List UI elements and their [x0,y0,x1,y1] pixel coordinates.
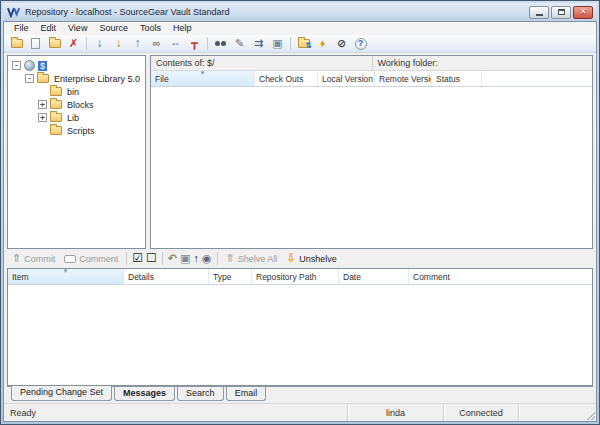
get-latest-icon[interactable]: ↓ [91,36,108,51]
unshelve-button[interactable]: ⇩ Unshelve [283,253,340,264]
collapse-icon[interactable]: - [25,74,34,83]
comment-label: Comment [79,254,118,264]
edit-icon[interactable]: ✎ [231,36,248,51]
close-button[interactable]: ✕ [573,6,593,19]
folder-glyph [49,39,61,48]
question-glyph: ? [355,38,367,50]
tree-item-bin[interactable]: bin [8,85,145,98]
maximize-icon [558,9,565,15]
menu-edit[interactable]: Edit [35,22,63,35]
resize-grip-icon[interactable] [587,412,595,420]
add-folder-icon[interactable] [46,36,63,51]
check-in-icon[interactable]: ↑ [129,36,146,51]
tab-email[interactable]: Email [226,387,267,401]
commit-icon: ⇑ [12,253,21,264]
column-header-remote-version[interactable]: Remote Version [375,71,432,86]
column-header-status[interactable]: Status [432,71,482,86]
minimize-button[interactable] [529,6,549,19]
delete-icon[interactable]: ✗ [65,36,82,51]
vault-logo-icon [7,7,21,18]
tree-item-root[interactable]: - $ [8,59,145,72]
refresh-folder-icon[interactable]: ⇅ [295,36,312,51]
commit-button[interactable]: ⇑ Commit [9,253,58,264]
column-header-type[interactable]: Type [209,269,252,284]
rename-icon[interactable]: ⇉ [250,36,267,51]
share-icon[interactable]: ⇔ [167,36,184,51]
contents-header: Contents of: $/ Working folder: [151,56,592,71]
toolbar-separator [86,37,87,50]
column-label: Remote Version [379,74,432,84]
column-header-local-version[interactable]: Local Version [318,71,375,86]
tree-item-enterprise-library[interactable]: - Enterprise Library 5.0 [8,72,145,85]
column-header-details[interactable]: Details [124,269,209,284]
label-icon[interactable]: ♦ [314,36,331,51]
folder-glyph [11,39,23,48]
toolbar-separator [126,252,127,265]
check-all-icon[interactable]: ☑ [132,253,143,264]
minimize-icon [536,14,543,16]
menu-source[interactable]: Source [93,22,134,35]
add-files-icon[interactable] [27,36,44,51]
move-icon[interactable]: ▣ [269,36,286,51]
expand-icon[interactable]: + [38,113,47,122]
tree-label: Scripts [65,126,97,136]
status-user: linda [347,404,443,421]
tab-search[interactable]: Search [177,387,224,401]
open-repository-icon[interactable] [8,36,25,51]
tree-label-root: $ [38,61,47,71]
menu-help[interactable]: Help [167,22,198,35]
repository-tree[interactable]: - $ - Enterprise Library 5.0 bin + [7,55,146,249]
tree-item-lib[interactable]: + Lib [8,111,145,124]
collapse-icon[interactable]: - [12,61,21,70]
tree-label: Enterprise Library 5.0 [52,74,142,84]
tree-item-blocks[interactable]: + Blocks [8,98,145,111]
column-header-repository-path[interactable]: Repository Path [252,269,339,284]
column-header-check-outs[interactable]: Check Outs [255,71,318,86]
column-label: Type [213,272,231,282]
tree-label: Lib [65,113,81,123]
column-header-file[interactable]: ▾File [151,71,255,86]
find-icon[interactable] [212,36,229,51]
expand-icon[interactable]: + [38,100,47,109]
title-bar[interactable]: Repository - localhost - SourceGear Vaul… [3,3,597,21]
column-label: Comment [413,272,450,282]
help-icon[interactable]: ? [352,36,369,51]
tab-pending-change-set[interactable]: Pending Change Set [11,386,112,401]
tab-messages[interactable]: Messages [114,387,175,401]
file-list-panel: Contents of: $/ Working folder: ▾File Ch… [150,55,593,249]
branch-icon[interactable]: ┳ [186,36,203,51]
menu-file[interactable]: File [8,22,35,35]
folder-icon [50,87,62,96]
file-list-body[interactable] [151,87,592,248]
column-header-comment[interactable]: Comment [409,269,592,284]
pending-toolbar: ⇑ Commit Comment ☑ ☐ ↶ ▣ ↑ ◉ ⇑ Shelve Al… [4,249,596,268]
repository-root-icon [24,60,35,71]
pending-list-body[interactable] [8,285,592,385]
column-header-item[interactable]: ▾Item [8,269,124,284]
column-label: Check Outs [259,74,303,84]
diff-icon[interactable]: ▣ [180,253,190,264]
unshelve-icon: ⇩ [286,253,296,264]
column-header-date[interactable]: Date [339,269,409,284]
working-folder-label: Working folder: [372,56,593,70]
status-spare [518,404,596,421]
column-label: Date [343,272,361,282]
folder-icon [37,74,49,83]
comment-button[interactable]: Comment [61,254,121,264]
shelve-all-button[interactable]: ⇑ Shelve All [223,253,281,264]
column-label: Repository Path [256,272,316,282]
commit-label: Commit [24,254,55,264]
app-window: Repository - localhost - SourceGear Vaul… [0,0,600,425]
menu-tools[interactable]: Tools [134,22,167,35]
folder-icon [50,100,62,109]
check-out-icon[interactable]: ↓ [110,36,127,51]
check-in-icon[interactable]: ↑ [193,253,199,264]
maximize-button[interactable] [551,6,571,19]
tree-item-scripts[interactable]: Scripts [8,124,145,137]
undo-checkout-icon[interactable]: ↶ [168,253,177,264]
view-icon[interactable]: ◉ [202,253,212,264]
uncheck-all-icon[interactable]: ☐ [146,253,157,264]
pin-icon[interactable]: ∞ [148,36,165,51]
cancel-icon[interactable]: ⊘ [333,36,350,51]
menu-view[interactable]: View [62,22,93,35]
